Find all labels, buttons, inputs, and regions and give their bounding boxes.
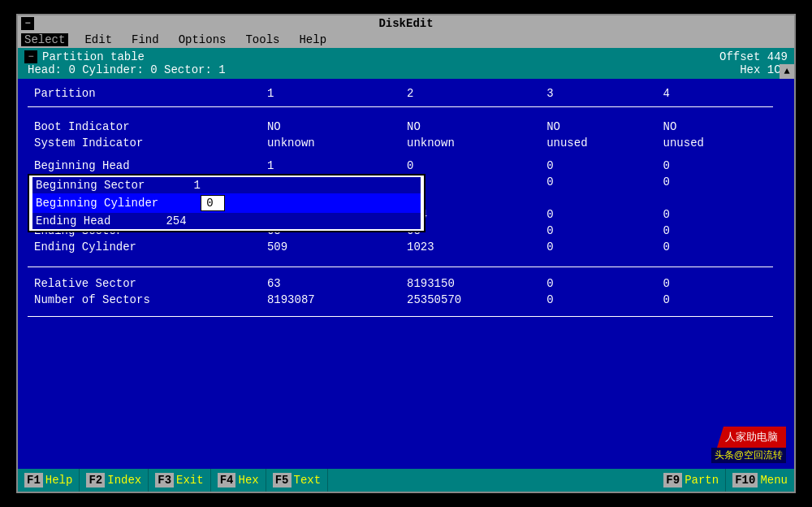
divider-3 xyxy=(28,316,773,317)
menu-edit[interactable]: Edit xyxy=(81,33,115,46)
row-label: Number of Sectors xyxy=(28,292,261,308)
row-col2: 1023 xyxy=(400,239,540,255)
status-exit[interactable]: F3 Exit xyxy=(149,469,210,492)
col-header-2: 2 xyxy=(400,85,540,102)
menu-help[interactable]: Help xyxy=(296,33,330,46)
popup-endinghead-row: Ending Head 254 xyxy=(32,213,421,229)
key-f4: F4 xyxy=(218,473,236,488)
row-col3: 0 xyxy=(540,275,656,292)
key-f5: F5 xyxy=(273,473,292,488)
row-label: Relative Sector xyxy=(28,275,261,292)
row-col4: NO xyxy=(657,119,773,135)
panel-icon[interactable]: − xyxy=(24,50,37,63)
label-hex: Hex xyxy=(238,474,258,487)
table-row: Beginning Head 1 0 0 0 xyxy=(28,158,773,174)
status-index[interactable]: F2 Index xyxy=(80,469,149,492)
row-col3: 0 xyxy=(540,239,656,255)
menu-select[interactable]: Select xyxy=(21,33,68,46)
partition-table: Partition 1 2 3 4 xyxy=(28,85,773,102)
row-col4: 0 xyxy=(657,239,773,255)
content-area: Partition 1 2 3 4 Boot xyxy=(18,79,794,328)
row-label: Ending Cylinder xyxy=(28,239,261,255)
row-col4: unused xyxy=(657,135,773,151)
col-header-label: Partition xyxy=(28,85,261,102)
scrollbar[interactable]: ▲ xyxy=(780,64,794,467)
row-label: Beginning Sector 1 Beginning Cylinder 0 … xyxy=(28,174,261,190)
status-hex[interactable]: F4 Hex xyxy=(211,469,266,492)
menu-bar: Select Edit Find Options Tools Help xyxy=(18,32,794,48)
data-table: Boot Indicator NO NO NO NO System Indica… xyxy=(28,119,773,151)
popup-header: Beginning Sector 1 xyxy=(32,177,421,193)
table-row: Ending Cylinder 509 1023 0 0 xyxy=(28,239,773,255)
row-col2: 0 xyxy=(400,158,540,174)
offset-label: Offset 449 xyxy=(719,50,788,63)
column-headers: Partition 1 2 3 4 xyxy=(28,85,773,102)
row-col4: 0 xyxy=(657,292,773,308)
row-col1: 509 xyxy=(261,239,400,255)
label-exit: Exit xyxy=(176,474,204,487)
row-col4: 0 xyxy=(657,174,773,190)
row-col3: 0 xyxy=(540,292,656,308)
row-col3: 0 xyxy=(540,223,656,239)
col-header-3: 3 xyxy=(540,85,656,102)
watermark-badge: 人家助电脑 xyxy=(717,427,786,448)
scroll-up-button[interactable]: ▲ xyxy=(780,64,794,79)
row-col4: 0 xyxy=(657,223,773,239)
popup-cylinder-row[interactable]: Beginning Cylinder 0 xyxy=(32,193,421,213)
panel-title-row: − Partition table xyxy=(24,50,226,63)
row-col1: 63 xyxy=(261,275,400,292)
row-label: Boot Indicator xyxy=(28,119,261,135)
status-bar: F1 Help F2 Index F3 Exit F4 Hex F5 Text … xyxy=(18,469,794,492)
row-col2: unknown xyxy=(400,135,540,151)
status-menu[interactable]: F10 Menu xyxy=(726,469,794,492)
popup-endinghead-val: 254 xyxy=(166,214,186,228)
menu-find[interactable]: Find xyxy=(128,33,162,46)
row-col3: 0 xyxy=(540,206,656,223)
panel-header-left: − Partition table Head: 0 Cylinder: 0 Se… xyxy=(24,50,226,76)
status-help[interactable]: F1 Help xyxy=(18,469,80,492)
row-col3: unused xyxy=(540,135,656,151)
key-f1: F1 xyxy=(24,473,43,488)
app-title: DiskEdit xyxy=(378,17,433,30)
table-row: Relative Sector 63 8193150 0 0 xyxy=(28,275,773,292)
row-col3: NO xyxy=(540,119,656,135)
table-row-beginning-sector[interactable]: Beginning Sector 1 Beginning Cylinder 0 … xyxy=(28,174,773,190)
watermark-text: 头条@空回流转 xyxy=(711,448,786,463)
window-icon[interactable]: − xyxy=(21,17,34,30)
menu-options[interactable]: Options xyxy=(175,33,230,46)
spacer-5 xyxy=(28,308,773,311)
edit-popup: Beginning Sector 1 Beginning Cylinder 0 … xyxy=(28,174,425,232)
panel-header-right: Offset 449 Hex 1C1 xyxy=(719,50,788,76)
col-header-4: 4 xyxy=(657,85,773,102)
data-table-2: Beginning Head 1 0 0 0 Beginning Sector … xyxy=(28,158,773,255)
popup-sector-label: Beginning Sector xyxy=(36,179,145,192)
popup-sector-val: 1 xyxy=(193,179,200,192)
panel-title: Partition table xyxy=(42,50,145,63)
screen: − DiskEdit Select Edit Find Options Tool… xyxy=(16,14,796,493)
menu-tools[interactable]: Tools xyxy=(242,33,283,46)
label-text: Text xyxy=(294,474,322,487)
data-table-3: Relative Sector 63 8193150 0 0 Number of… xyxy=(28,275,773,308)
popup-cylinder-input[interactable]: 0 xyxy=(201,195,225,211)
divider-1 xyxy=(28,106,773,107)
scrollbar-track[interactable] xyxy=(780,79,794,467)
row-col3: 0 xyxy=(540,174,656,190)
row-col4: 0 xyxy=(657,158,773,174)
row-col1: NO xyxy=(261,119,400,135)
row-col1: unknown xyxy=(261,135,400,151)
label-partn: Partn xyxy=(685,474,719,487)
title-bar: − DiskEdit xyxy=(18,15,794,32)
popup-cylinder-label: Beginning Cylinder xyxy=(36,197,158,210)
row-label: Beginning Head xyxy=(28,158,261,174)
panel-header: − Partition table Head: 0 Cylinder: 0 Se… xyxy=(18,48,794,79)
spacer-1 xyxy=(28,112,773,119)
table-row: Boot Indicator NO NO NO NO xyxy=(28,119,773,135)
spacer-2 xyxy=(28,151,773,158)
row-col4: 0 xyxy=(657,206,773,223)
popup-endinghead-label: Ending Head xyxy=(36,214,110,228)
table-row: Number of Sectors 8193087 25350570 0 0 xyxy=(28,292,773,308)
status-partn[interactable]: F9 Partn xyxy=(657,469,726,492)
col-header-1: 1 xyxy=(261,85,400,102)
status-text[interactable]: F5 Text xyxy=(266,469,328,492)
row-col4: 0 xyxy=(657,275,773,292)
